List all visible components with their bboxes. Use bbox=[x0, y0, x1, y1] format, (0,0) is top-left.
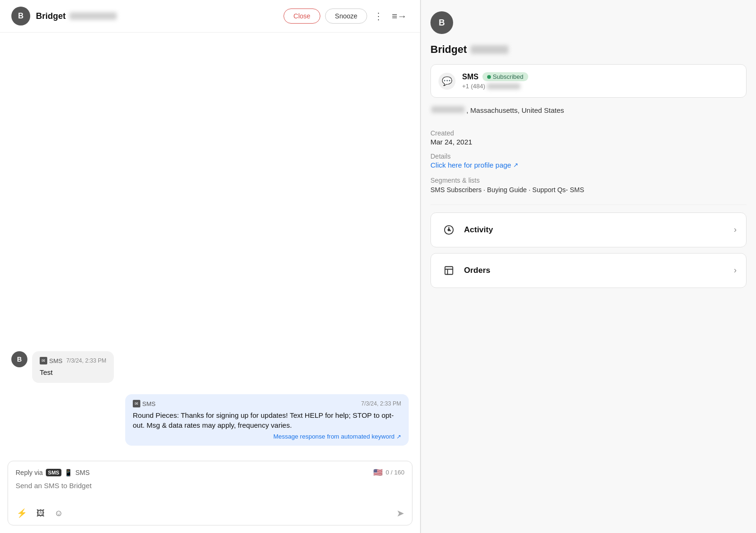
sms-channel-icon: ✉ bbox=[40, 357, 47, 364]
conversation-panel: B Bridget Close Snooze ⋮ ≡→ B ✉ bbox=[0, 0, 421, 533]
sms-title-text: SMS bbox=[462, 73, 479, 81]
sms-card-info: SMS Subscribed +1 (484) bbox=[462, 72, 739, 90]
reply-channel-badge: SMS bbox=[46, 469, 62, 476]
activity-label: Activity bbox=[464, 225, 727, 235]
location-section: , Massachusetts, United States bbox=[430, 105, 747, 123]
name-text: Bridget bbox=[36, 11, 66, 21]
msg-meta-incoming: ✉ SMS 7/3/24, 2:33 PM bbox=[40, 357, 106, 364]
subscribed-badge: Subscribed bbox=[482, 72, 528, 81]
orders-chevron-icon: › bbox=[734, 265, 737, 275]
chat-icon: 💬 bbox=[442, 76, 452, 86]
orders-icon bbox=[440, 262, 457, 279]
msg-text-incoming: Test bbox=[40, 367, 106, 377]
conversation-header: B Bridget Close Snooze ⋮ ≡→ bbox=[0, 0, 420, 33]
subscribed-label: Subscribed bbox=[493, 73, 524, 80]
close-button[interactable]: Close bbox=[284, 8, 320, 24]
orders-label: Orders bbox=[464, 266, 727, 275]
list-view-button[interactable]: ≡→ bbox=[390, 9, 409, 24]
orders-card[interactable]: Orders › bbox=[430, 253, 747, 288]
location-state-country: , Massachusetts, United States bbox=[466, 105, 564, 116]
location-city-blur bbox=[431, 106, 464, 113]
external-link-icon: ↗ bbox=[396, 433, 401, 440]
send-icon: ➤ bbox=[396, 508, 404, 518]
send-button[interactable]: ➤ bbox=[396, 508, 404, 519]
msg-time-incoming: 7/3/24, 2:33 PM bbox=[66, 357, 106, 364]
segments-section: Segments & lists SMS Subscribers · Buyin… bbox=[430, 177, 747, 195]
reply-box: Reply via SMS 📱 SMS 🇺🇸 0 / 160 ⚡ 🖼 ☺ ➤ bbox=[8, 461, 412, 525]
reply-via-label: Reply via bbox=[16, 469, 43, 476]
char-counter: 0 / 160 bbox=[386, 469, 404, 476]
divider bbox=[430, 204, 747, 205]
phone-blur bbox=[487, 84, 520, 89]
profile-link-text: Click here for profile page bbox=[430, 161, 511, 169]
segments-value: SMS Subscribers · Buying Guide · Support… bbox=[430, 185, 747, 195]
phone-icon: 📱 bbox=[64, 469, 72, 476]
name-blur bbox=[69, 12, 117, 20]
reply-footer: ⚡ 🖼 ☺ ➤ bbox=[16, 507, 404, 519]
avatar: B bbox=[11, 7, 30, 25]
channel-label-incoming: SMS bbox=[49, 357, 62, 364]
phone-prefix: +1 (484) bbox=[462, 83, 485, 90]
details-label: Details bbox=[430, 152, 747, 160]
reply-header: Reply via SMS 📱 SMS 🇺🇸 0 / 160 bbox=[16, 468, 404, 477]
automated-link-text: Message response from automated keyword bbox=[273, 433, 395, 440]
chat-spacer bbox=[11, 44, 409, 340]
reply-input[interactable] bbox=[16, 482, 404, 500]
reply-counter: 🇺🇸 0 / 160 bbox=[373, 468, 404, 477]
created-section: Created Mar 24, 2021 bbox=[430, 129, 747, 146]
channel-label-outgoing: SMS bbox=[142, 400, 155, 407]
msg-channel-incoming: ✉ SMS bbox=[40, 357, 62, 364]
image-button[interactable]: 🖼 bbox=[35, 507, 46, 519]
msg-text-outgoing: Round Pieces: Thanks for signing up for … bbox=[133, 410, 401, 430]
outgoing-bubble: ✉ SMS 7/3/24, 2:33 PM Round Pieces: Than… bbox=[125, 394, 409, 446]
reply-via: Reply via SMS 📱 SMS bbox=[16, 469, 90, 476]
incoming-bubble: ✉ SMS 7/3/24, 2:33 PM Test bbox=[32, 351, 114, 383]
right-avatar: B bbox=[430, 11, 453, 34]
outgoing-message: ✉ SMS 7/3/24, 2:33 PM Round Pieces: Than… bbox=[11, 394, 409, 446]
list-icon: ≡→ bbox=[392, 11, 407, 22]
chat-area: B ✉ SMS 7/3/24, 2:33 PM Test ✉ SMS bbox=[0, 33, 420, 453]
created-value: Mar 24, 2021 bbox=[430, 138, 747, 146]
sms-card-title: SMS Subscribed bbox=[462, 72, 739, 81]
location-text: , Massachusetts, United States bbox=[431, 105, 746, 116]
created-label: Created bbox=[430, 129, 747, 137]
sms-channel-icon-out: ✉ bbox=[133, 400, 140, 407]
emoji-button[interactable]: ☺ bbox=[53, 507, 64, 519]
msg-channel-outgoing: ✉ SMS bbox=[133, 400, 155, 407]
right-contact-name: Bridget bbox=[430, 43, 747, 56]
flag-icon: 🇺🇸 bbox=[373, 468, 383, 477]
svg-rect-2 bbox=[445, 266, 453, 274]
vertical-dots-icon: ⋮ bbox=[374, 10, 383, 22]
segments-label: Segments & lists bbox=[430, 177, 747, 184]
right-name-text: Bridget bbox=[430, 43, 467, 56]
contact-name: Bridget bbox=[36, 11, 278, 21]
subscribed-dot bbox=[487, 75, 491, 79]
msg-time-outgoing: 7/3/24, 2:33 PM bbox=[361, 400, 401, 407]
automated-link[interactable]: Message response from automated keyword … bbox=[133, 433, 401, 440]
reply-tools: ⚡ 🖼 ☺ bbox=[16, 507, 64, 519]
sms-phone: +1 (484) bbox=[462, 83, 739, 90]
snooze-button[interactable]: Snooze bbox=[325, 8, 367, 24]
right-header: B bbox=[430, 11, 747, 34]
activity-card[interactable]: Activity › bbox=[430, 212, 747, 247]
header-actions: Close Snooze ⋮ ≡→ bbox=[284, 8, 409, 24]
sms-card-icon: 💬 bbox=[438, 73, 455, 90]
right-name-blur bbox=[471, 45, 508, 54]
profile-link[interactable]: Click here for profile page ↗ bbox=[430, 161, 747, 169]
msg-meta-outgoing: ✉ SMS 7/3/24, 2:33 PM bbox=[133, 400, 401, 407]
activity-icon bbox=[440, 221, 457, 238]
activity-chevron-icon: › bbox=[734, 225, 737, 235]
quick-reply-button[interactable]: ⚡ bbox=[16, 507, 28, 519]
more-options-button[interactable]: ⋮ bbox=[372, 8, 385, 24]
external-link-icon: ↗ bbox=[513, 161, 518, 169]
details-section: Details Click here for profile page ↗ bbox=[430, 152, 747, 169]
svg-point-1 bbox=[447, 228, 450, 231]
incoming-message: B ✉ SMS 7/3/24, 2:33 PM Test bbox=[11, 351, 409, 383]
sms-card: 💬 SMS Subscribed +1 (484) bbox=[430, 64, 747, 98]
sms-channel-name: SMS bbox=[75, 469, 89, 476]
right-panel: B Bridget 💬 SMS Subscribed +1 (484) bbox=[421, 0, 756, 533]
sender-avatar: B bbox=[11, 351, 27, 367]
